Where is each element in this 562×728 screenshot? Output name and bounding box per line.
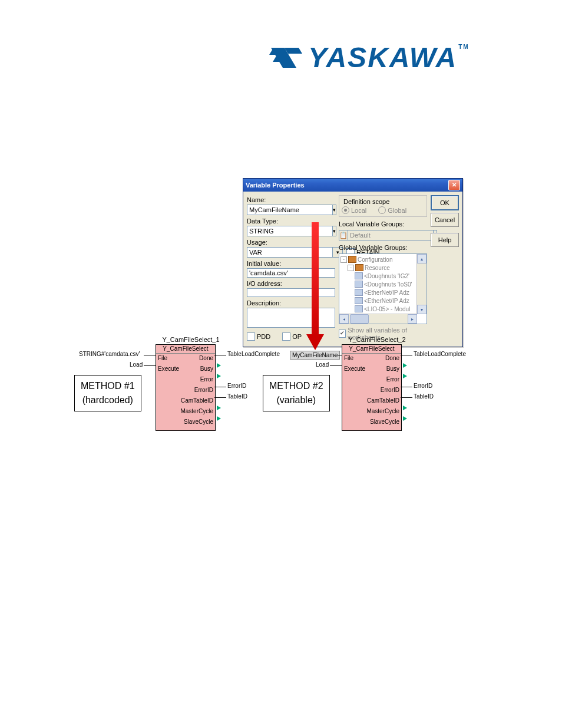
description-textarea[interactable] bbox=[247, 308, 335, 328]
wire-label-errorid: ErrorID bbox=[227, 383, 246, 389]
name-label: Name: bbox=[247, 196, 335, 203]
port-camtableid: CamTableID bbox=[181, 397, 213, 404]
port-execute: Execute bbox=[158, 365, 179, 372]
tree-item[interactable]: <EtherNet/IP Adz bbox=[364, 298, 409, 304]
port-busy: Busy bbox=[386, 365, 399, 372]
wire bbox=[401, 387, 412, 387]
port-error: Error bbox=[200, 376, 213, 383]
fb-type-label: Y_CamFileSelect bbox=[342, 345, 401, 354]
help-button[interactable]: Help bbox=[431, 233, 459, 247]
tree-resource: Resource bbox=[365, 265, 390, 271]
datatype-label: Data Type: bbox=[247, 218, 335, 225]
scroll-down-icon[interactable]: ▾ bbox=[417, 305, 427, 314]
green-arrow-icon bbox=[217, 416, 221, 421]
logo-icon bbox=[268, 43, 303, 73]
wire-label-done: TableLoadComplete bbox=[414, 351, 466, 357]
definition-scope-group: Definition scope Local Global bbox=[339, 195, 427, 217]
wire-label-load: Load bbox=[130, 361, 143, 368]
logo-text: YASKAWA bbox=[308, 41, 457, 74]
port-slavecycle: SlaveCycle bbox=[370, 419, 399, 425]
ok-button[interactable]: OK bbox=[431, 195, 459, 210]
tree-scrollbar-vertical[interactable]: ▴ ▾ bbox=[416, 254, 427, 314]
tree-item[interactable]: <Doughnuts 'IG2' bbox=[364, 273, 409, 279]
wire bbox=[144, 355, 156, 355]
instance-label: Y_CamFileSelect_2 bbox=[348, 336, 406, 343]
wire-label-done: TableLoadComplete bbox=[227, 351, 280, 357]
variable-properties-dialog: Variable Properties ✕ Name: Data Type: U… bbox=[243, 178, 463, 347]
green-arrow-icon bbox=[403, 406, 407, 410]
method2-annotation: METHOD #2 (variable) bbox=[263, 375, 330, 411]
wire bbox=[214, 355, 226, 355]
close-icon[interactable]: ✕ bbox=[448, 180, 460, 190]
dialog-title: Variable Properties bbox=[246, 182, 448, 189]
scope-global-radio[interactable] bbox=[378, 206, 386, 214]
folder-icon bbox=[348, 256, 356, 263]
method1-title: METHOD #1 bbox=[81, 379, 135, 393]
io-address-input[interactable] bbox=[247, 288, 335, 298]
local-group-input bbox=[348, 230, 434, 241]
tree-item[interactable]: <Doughnuts 'IoS0' bbox=[364, 281, 412, 288]
scroll-thumb[interactable] bbox=[350, 314, 369, 324]
folder-icon bbox=[355, 264, 363, 271]
tree-item[interactable]: <EtherNet/IP Adz bbox=[364, 289, 409, 296]
port-file: File bbox=[344, 355, 353, 361]
port-mastercycle: MasterCycle bbox=[180, 408, 213, 414]
titlebar[interactable]: Variable Properties ✕ bbox=[243, 179, 462, 192]
page: YASKAWA TM Variable Properties ✕ Name: D… bbox=[0, 0, 562, 728]
scroll-right-icon[interactable]: ▸ bbox=[408, 314, 417, 324]
wire bbox=[144, 365, 156, 366]
cancel-button[interactable]: Cancel bbox=[431, 213, 459, 227]
name-dropdown-icon[interactable] bbox=[333, 205, 336, 215]
group-icon: 📋 bbox=[339, 230, 348, 241]
port-slavecycle: SlaveCycle bbox=[184, 419, 213, 425]
name-input[interactable] bbox=[247, 205, 333, 215]
port-file: File bbox=[158, 355, 167, 361]
datatype-dropdown-icon[interactable] bbox=[333, 226, 336, 236]
wire bbox=[330, 365, 342, 366]
green-arrow-icon bbox=[403, 374, 407, 378]
local-groups-label: Local Variable Groups: bbox=[339, 220, 427, 228]
wire-label-tableid: TableID bbox=[227, 393, 247, 400]
wire bbox=[334, 355, 342, 355]
function-block-1[interactable]: Y_CamFileSelect File Execute Done Busy E… bbox=[156, 344, 216, 431]
wire-label-tableid: TableID bbox=[414, 393, 434, 400]
logo-tm: TM bbox=[458, 44, 469, 50]
item-icon bbox=[355, 305, 363, 312]
wire-label-load: Load bbox=[316, 361, 329, 368]
usage-label: Usage: bbox=[247, 239, 335, 246]
tree-scrollbar-horizontal[interactable]: ◂ ▸ bbox=[339, 314, 417, 324]
green-arrow-icon bbox=[403, 416, 407, 421]
initial-value-input[interactable] bbox=[247, 268, 335, 278]
fb-type-label: Y_CamFileSelect bbox=[156, 345, 215, 354]
initial-label: Initial value: bbox=[247, 260, 335, 267]
wire bbox=[401, 397, 412, 398]
logo: YASKAWA TM bbox=[268, 41, 470, 74]
green-arrow-icon bbox=[217, 406, 221, 410]
port-done: Done bbox=[385, 355, 399, 361]
io-label: I/O address: bbox=[247, 280, 335, 287]
function-block-2[interactable]: Y_CamFileSelect File Execute Done Busy E… bbox=[342, 344, 402, 431]
item-icon bbox=[355, 281, 363, 288]
port-execute: Execute bbox=[344, 365, 365, 372]
scope-local-radio[interactable] bbox=[342, 206, 349, 214]
global-groups-label: Global Variable Groups: bbox=[339, 244, 427, 251]
wire bbox=[214, 397, 226, 398]
green-arrow-icon bbox=[403, 363, 407, 368]
global-groups-tree[interactable]: -Configuration -Resource <Doughnuts 'IG2… bbox=[339, 253, 427, 324]
scope-title: Definition scope bbox=[342, 198, 391, 205]
wire bbox=[214, 387, 226, 387]
instance-label: Y_CamFileSelect_1 bbox=[161, 336, 220, 343]
port-camtableid: CamTableID bbox=[367, 397, 399, 404]
method1-annotation: METHOD #1 (hardcoded) bbox=[74, 375, 141, 411]
scroll-up-icon[interactable]: ▴ bbox=[417, 254, 427, 263]
port-errorid: ErrorID bbox=[381, 387, 399, 393]
collapse-icon[interactable]: - bbox=[340, 256, 347, 263]
tree-item[interactable]: <LIO-05> - Modul bbox=[364, 306, 410, 312]
collapse-icon[interactable]: - bbox=[348, 265, 354, 271]
item-icon bbox=[355, 289, 363, 296]
port-busy: Busy bbox=[200, 365, 213, 372]
scroll-left-icon[interactable]: ◂ bbox=[339, 314, 349, 324]
scope-global-label: Global bbox=[388, 207, 406, 214]
port-mastercycle: MasterCycle bbox=[366, 408, 399, 414]
variable-reference[interactable]: MyCamFileName bbox=[290, 351, 340, 360]
